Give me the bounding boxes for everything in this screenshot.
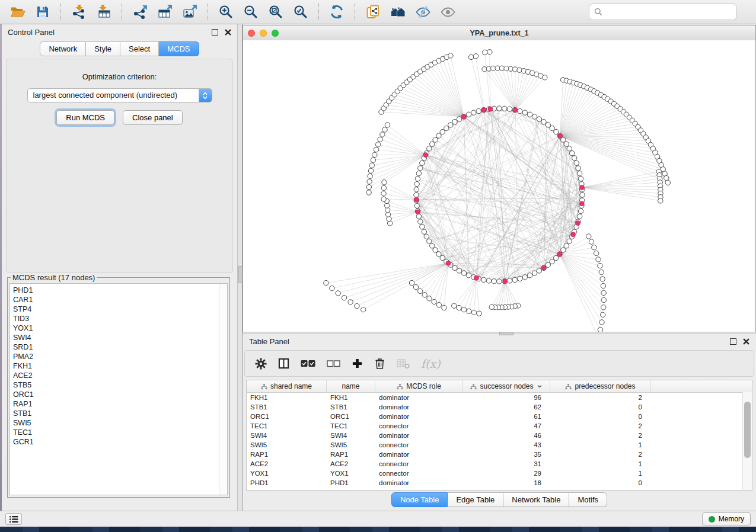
graph-node[interactable]	[537, 117, 541, 121]
table-row[interactable]: SWI4SWI4dominator462	[247, 431, 752, 440]
graph-node[interactable]	[452, 303, 457, 308]
graph-hub-node[interactable]	[416, 210, 420, 214]
table-scrollbar-thumb[interactable]	[744, 402, 751, 458]
tab-network-table[interactable]: Network Table	[503, 492, 569, 507]
graph-node[interactable]	[577, 214, 582, 219]
deselect-all-rows-button[interactable]	[327, 360, 340, 367]
graph-node[interactable]	[427, 296, 432, 301]
graph-node[interactable]	[532, 271, 537, 275]
graph-node[interactable]	[497, 106, 502, 111]
mcds-result-item[interactable]: RAP1	[13, 399, 227, 409]
open-ndex-button[interactable]	[386, 2, 410, 22]
mcds-result-item[interactable]: TID3	[13, 314, 227, 323]
graph-node[interactable]	[468, 55, 473, 59]
graph-node[interactable]	[436, 252, 441, 257]
zoom-out-button[interactable]	[239, 2, 263, 22]
graph-node[interactable]	[578, 209, 583, 213]
import-table-button[interactable]	[92, 2, 116, 22]
show-all-button[interactable]	[436, 2, 460, 22]
show-columns-button[interactable]	[278, 358, 289, 369]
graph-node[interactable]	[444, 126, 449, 130]
graph-node[interactable]	[461, 271, 466, 275]
graph-node[interactable]	[522, 110, 527, 115]
graph-node[interactable]	[427, 146, 432, 151]
graph-node[interactable]	[457, 268, 461, 273]
graph-node[interactable]	[601, 283, 605, 288]
graph-node[interactable]	[452, 265, 457, 270]
graph-node[interactable]	[577, 171, 582, 175]
graph-node[interactable]	[601, 297, 606, 302]
graph-node[interactable]	[527, 273, 532, 278]
graph-node[interactable]	[432, 299, 436, 304]
graph-node[interactable]	[430, 142, 435, 146]
graph-node[interactable]	[596, 257, 601, 262]
graph-node[interactable]	[420, 225, 425, 229]
graph-node[interactable]	[481, 277, 486, 282]
export-network-button[interactable]	[128, 2, 152, 22]
graph-node[interactable]	[532, 114, 537, 119]
graph-node[interactable]	[550, 259, 554, 264]
graph-node[interactable]	[471, 110, 476, 115]
graph-node[interactable]	[448, 123, 453, 127]
mcds-result-item[interactable]: SWI5	[13, 418, 227, 428]
import-network-button[interactable]	[67, 2, 91, 22]
table-row[interactable]: TEC1TEC1connector472	[247, 421, 752, 431]
graph-node[interactable]	[599, 320, 604, 325]
graph-node[interactable]	[471, 310, 476, 315]
graph-hub-node[interactable]	[579, 185, 584, 190]
graph-node[interactable]	[543, 75, 547, 80]
column-header-predecessor-nodes[interactable]: predecessor nodes	[550, 380, 651, 392]
save-session-button[interactable]	[31, 2, 55, 22]
graph-node[interactable]	[433, 137, 438, 142]
mcds-result-item[interactable]: YOX1	[13, 323, 227, 333]
graph-hub-node[interactable]	[446, 261, 451, 265]
tab-motifs[interactable]: Motifs	[569, 492, 607, 507]
graph-hub-node[interactable]	[474, 275, 479, 280]
graph-node[interactable]	[416, 171, 421, 175]
graph-node[interactable]	[368, 174, 372, 178]
graph-node[interactable]	[342, 296, 346, 300]
network-window-titlebar[interactable]: YPA_prune.txt_1	[243, 25, 755, 41]
graph-node[interactable]	[336, 291, 340, 296]
graph-node[interactable]	[580, 193, 585, 197]
graph-node[interactable]	[483, 50, 487, 55]
graph-hub-node[interactable]	[541, 265, 546, 270]
graph-node[interactable]	[418, 219, 423, 224]
graph-node[interactable]	[592, 245, 596, 249]
mcds-result-item[interactable]: PHD1	[13, 286, 227, 295]
float-panel-icon[interactable]	[212, 29, 218, 36]
graph-node[interactable]	[522, 275, 527, 280]
graph-node[interactable]	[433, 248, 438, 252]
table-row[interactable]: FKH1FKH1dominator962	[247, 393, 752, 402]
graph-node[interactable]	[492, 279, 496, 284]
graph-node[interactable]	[486, 278, 491, 283]
table-row[interactable]: ORC1ORC1dominator610	[247, 412, 752, 421]
mcds-result-item[interactable]: STB1	[13, 409, 227, 418]
graph-node[interactable]	[415, 176, 420, 181]
graph-node[interactable]	[375, 142, 380, 147]
graph-node[interactable]	[385, 123, 390, 127]
graph-hub-node[interactable]	[513, 108, 518, 113]
mcds-result-item[interactable]: SWI4	[13, 333, 227, 342]
graph-node[interactable]	[330, 286, 334, 290]
graph-node[interactable]	[578, 176, 583, 181]
export-table-button[interactable]	[153, 2, 177, 22]
graph-node[interactable]	[409, 280, 414, 285]
graph-node[interactable]	[436, 133, 441, 138]
graph-hub-node[interactable]	[557, 252, 562, 257]
graph-node[interactable]	[600, 312, 605, 317]
mcds-result-item[interactable]: ACE2	[13, 371, 227, 380]
delete-table-button[interactable]	[397, 358, 410, 369]
graph-node[interactable]	[527, 112, 532, 117]
graph-node[interactable]	[424, 234, 429, 239]
graph-node[interactable]	[600, 277, 605, 281]
graph-node[interactable]	[554, 129, 559, 134]
hide-selected-button[interactable]	[411, 2, 435, 22]
mcds-result-item[interactable]: FKH1	[13, 361, 227, 371]
graph-node[interactable]	[430, 243, 435, 248]
graph-node[interactable]	[466, 273, 471, 278]
graph-node[interactable]	[367, 179, 372, 184]
graph-node[interactable]	[374, 147, 378, 152]
graph-hub-node[interactable]	[558, 134, 563, 139]
graph-node[interactable]	[569, 150, 574, 155]
